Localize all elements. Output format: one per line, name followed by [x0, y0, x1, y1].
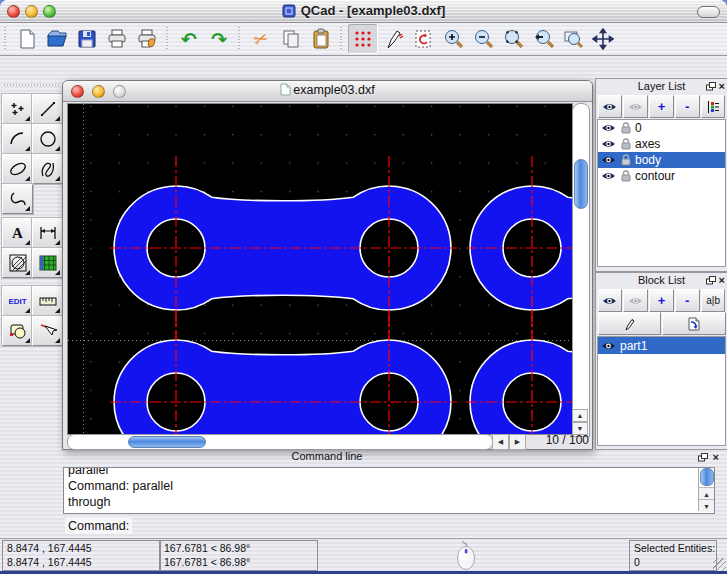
zoom-out-icon	[472, 28, 494, 50]
open-file-button[interactable]	[42, 24, 72, 54]
undo-button[interactable]: ↶	[174, 24, 204, 54]
desktop: QCad - [example03.dxf] ↶ ↷ ✂	[0, 0, 727, 574]
close-panel-icon[interactable]: ×	[713, 452, 719, 463]
layer-visible-icon[interactable]	[601, 155, 616, 165]
arc-tool-button[interactable]	[2, 124, 33, 154]
copy-button[interactable]	[276, 24, 306, 54]
polyline-tool-button[interactable]	[2, 184, 33, 214]
float-panel-icon[interactable]	[706, 276, 716, 285]
hatch-tool-button[interactable]	[2, 248, 33, 278]
edit-tool-button[interactable]: EDIT	[2, 286, 33, 316]
zoom-in-button[interactable]	[438, 24, 468, 54]
horizontal-scrollbar[interactable]	[67, 434, 493, 450]
layer-lock-icon[interactable]	[620, 138, 631, 150]
add-layer-button[interactable]: +	[649, 95, 674, 118]
hide-all-layers-button[interactable]	[623, 95, 648, 118]
close-panel-icon[interactable]: ×	[719, 81, 725, 92]
edit-block-button[interactable]	[598, 312, 662, 335]
image-tool-button[interactable]	[32, 248, 63, 278]
vertical-scrollbar-thumb[interactable]	[574, 159, 588, 209]
auto-zoom-button[interactable]	[498, 24, 528, 54]
cad-drawing	[68, 104, 572, 434]
draft-mode-button[interactable]	[378, 24, 408, 54]
eye-icon	[602, 296, 617, 306]
show-all-blocks-button[interactable]	[598, 289, 623, 312]
scale-indicator: 10 / 100	[529, 433, 589, 449]
layer-visible-icon[interactable]	[601, 139, 616, 149]
measure-tool-button[interactable]	[32, 286, 63, 316]
layer-visible-icon[interactable]	[601, 171, 616, 181]
toolbar-grip[interactable]	[237, 27, 243, 51]
rename-block-button[interactable]: a|b	[701, 289, 726, 312]
block-row-selected[interactable]: part1	[598, 337, 725, 354]
main-toolbar: ↶ ↷ ✂	[0, 23, 727, 56]
command-history[interactable]: parallelCommand: parallelthrough ▲ ▼	[63, 467, 715, 514]
command-input-row[interactable]: Command:	[62, 516, 727, 536]
block-visible-icon[interactable]	[601, 341, 616, 351]
ellipse-tool-button[interactable]	[2, 154, 33, 184]
blocks-tool-button[interactable]	[2, 316, 33, 346]
layer-lock-icon[interactable]	[620, 170, 631, 182]
float-panel-icon[interactable]	[706, 82, 716, 91]
document-titlebar[interactable]: example03.dxf	[63, 81, 592, 102]
previous-view-button[interactable]	[528, 24, 558, 54]
layer-row[interactable]: 0	[598, 120, 725, 136]
line-tool-button[interactable]	[32, 94, 63, 124]
layer-list: 0 axes body contour	[597, 119, 726, 267]
window-titlebar[interactable]: QCad - [example03.dxf]	[0, 0, 727, 23]
remove-block-button[interactable]: -	[675, 289, 700, 312]
cut-button[interactable]: ✂	[246, 24, 276, 54]
scroll-left-button[interactable]: ◀	[492, 434, 509, 450]
text-tool-button[interactable]: A	[2, 218, 33, 248]
insert-block-button[interactable]	[662, 312, 726, 335]
horizontal-scrollbar-arrows: ◀ ▶	[492, 434, 526, 450]
window-zoom-button[interactable]	[558, 24, 588, 54]
arc-icon	[8, 129, 28, 149]
float-panel-icon[interactable]	[698, 453, 708, 462]
horizontal-scrollbar-thumb[interactable]	[128, 436, 206, 448]
command-scrollbar-thumb[interactable]	[700, 468, 714, 486]
grid-toggle-button[interactable]	[348, 24, 378, 54]
zoom-out-button[interactable]	[468, 24, 498, 54]
command-scroll-down-button[interactable]: ▼	[699, 499, 714, 512]
resize-grip[interactable]	[713, 558, 726, 571]
layer-lock-icon[interactable]	[620, 154, 631, 166]
scroll-up-button[interactable]: ▲	[572, 409, 588, 422]
toolbar-grip[interactable]	[3, 27, 9, 51]
print-button[interactable]	[102, 24, 132, 54]
toolbar-toggle-button[interactable]	[697, 6, 720, 18]
spline-tool-button[interactable]	[32, 154, 63, 184]
drawing-canvas[interactable]	[67, 103, 573, 435]
pan-button[interactable]	[588, 24, 618, 54]
vertical-scrollbar[interactable]	[572, 103, 590, 437]
layer-row[interactable]: contour	[598, 168, 725, 184]
layer-lock-icon[interactable]	[620, 122, 631, 134]
layer-visible-icon[interactable]	[601, 123, 616, 133]
insert-block-icon	[687, 317, 701, 331]
show-all-layers-button[interactable]	[598, 95, 623, 118]
command-history-scrollbar[interactable]: ▲ ▼	[698, 468, 714, 511]
redo-button[interactable]: ↷	[204, 24, 234, 54]
circle-tool-button[interactable]	[32, 124, 63, 154]
scroll-right-button[interactable]: ▶	[509, 434, 526, 450]
redraw-button[interactable]	[408, 24, 438, 54]
hatch-icon	[8, 253, 28, 273]
dimension-tool-button[interactable]	[32, 218, 63, 248]
layer-attributes-button[interactable]	[701, 95, 726, 118]
points-tool-button[interactable]	[2, 94, 33, 124]
print-preview-button[interactable]	[132, 24, 162, 54]
toolbar-grip[interactable]	[165, 27, 171, 51]
blocks-icon	[8, 321, 28, 341]
toolbar-grip[interactable]	[339, 27, 345, 51]
layer-row-selected[interactable]: body	[598, 152, 725, 168]
paste-button[interactable]	[306, 24, 336, 54]
close-panel-icon[interactable]: ×	[719, 275, 725, 286]
select-tool-button[interactable]	[32, 316, 63, 346]
hide-all-blocks-button[interactable]	[623, 289, 648, 312]
palette-grip[interactable]	[4, 82, 60, 88]
layer-row[interactable]: axes	[598, 136, 725, 152]
save-file-button[interactable]	[72, 24, 102, 54]
new-file-button[interactable]	[12, 24, 42, 54]
remove-layer-button[interactable]: -	[675, 95, 700, 118]
add-block-button[interactable]: +	[649, 289, 674, 312]
